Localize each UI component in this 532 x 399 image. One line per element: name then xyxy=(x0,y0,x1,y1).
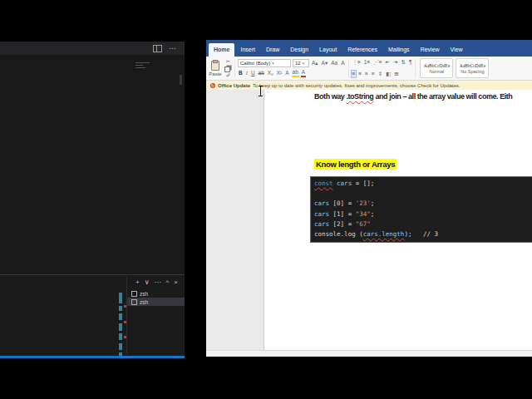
show-formatting-marks-button[interactable]: ¶ xyxy=(408,59,413,66)
tab-references[interactable]: References xyxy=(342,43,382,57)
code-token: [2] = xyxy=(329,220,356,228)
vscode-window: ⋯ +∨⋯^× zshzsh xyxy=(0,42,185,358)
code-token: "34" xyxy=(356,210,371,218)
underline-button[interactable]: U xyxy=(250,70,256,76)
minimap-code-line xyxy=(135,67,145,68)
borders-button[interactable]: ⊞ xyxy=(393,71,399,77)
cut-icon[interactable]: ✂ xyxy=(225,58,231,65)
format-painter-icon[interactable]: ✐ xyxy=(225,72,231,79)
text-highlight-button[interactable]: ab xyxy=(292,69,299,77)
office-update-message: To keep up to date with security updates… xyxy=(253,83,460,88)
code-token: cars.length xyxy=(363,230,405,238)
tab-draw[interactable]: Draw xyxy=(261,43,284,57)
terminal-label: zsh xyxy=(140,299,148,305)
font-size-combo[interactable]: 12 ▾ xyxy=(293,59,309,67)
editor-more-actions-icon[interactable]: ⋯ xyxy=(169,46,176,51)
clipboard-group: Paste ✂✐ xyxy=(208,58,232,78)
change-case-button[interactable]: Aa xyxy=(330,60,338,66)
style-name: Normal xyxy=(430,69,445,74)
paste-button-label: Paste xyxy=(209,71,221,76)
increase-indent-button[interactable]: ⇥ xyxy=(392,59,398,66)
font-color-button[interactable]: A xyxy=(301,69,306,77)
justify-button[interactable]: ≡ xyxy=(371,71,376,77)
tab-view[interactable]: View xyxy=(446,43,468,57)
tab-insert[interactable]: Insert xyxy=(235,43,260,57)
font-name-value: Calibri (Body) xyxy=(240,61,270,66)
font-name-combo[interactable]: Calibri (Body) ▾ xyxy=(238,59,291,67)
line-spacing-button[interactable]: ⇕ xyxy=(377,71,383,77)
style-preview: AaBbCcDdEe xyxy=(424,63,450,68)
bold-button[interactable]: B xyxy=(238,70,244,76)
document-heading: Know length or Arrays xyxy=(314,160,397,169)
terminal-more-actions-icon[interactable]: ⋯ xyxy=(155,279,161,286)
terminal-icon xyxy=(131,291,137,297)
bullets-button[interactable]: ⋮≡ xyxy=(352,59,362,66)
code-token: '23' xyxy=(356,200,371,207)
style-card-normal[interactable]: AaBbCcDdEeNormal xyxy=(420,58,453,78)
highlighted-text: Know length or Arrays xyxy=(314,159,397,170)
new-terminal-icon[interactable]: + xyxy=(135,279,140,286)
clear-formatting-button[interactable]: A xyxy=(340,60,345,66)
terminal-list-item[interactable]: zsh xyxy=(127,298,185,306)
terminal-list-divider xyxy=(126,277,127,354)
group-divider xyxy=(415,59,416,77)
code-token: // 3 xyxy=(411,230,438,238)
terminal-error-decoration xyxy=(124,336,126,338)
decrease-indent-button[interactable]: ⇤ xyxy=(385,59,391,66)
superscript-button[interactable]: X² xyxy=(276,70,283,76)
tab-home[interactable]: Home xyxy=(209,43,234,57)
align-left-button[interactable]: ≡ xyxy=(352,71,357,77)
code-token: ; xyxy=(371,210,375,218)
numbering-button[interactable]: 1≡ xyxy=(363,59,371,66)
terminal-profile-dropdown-icon[interactable]: ∨ xyxy=(145,279,150,286)
grow-font-button[interactable]: A▴ xyxy=(311,60,319,66)
styles-gallery: AaBbCcDdEeNormalAaBbCcDdEeNo Spacing xyxy=(418,58,490,78)
code-token: cars xyxy=(337,180,352,187)
code-token: const xyxy=(314,180,333,187)
minimap-slider[interactable] xyxy=(180,75,182,85)
code-token: = []; xyxy=(352,180,374,187)
group-divider xyxy=(348,59,349,77)
shrink-font-button[interactable]: A▾ xyxy=(321,60,329,66)
terminal-error-decoration xyxy=(124,321,126,323)
italic-button[interactable]: I xyxy=(245,70,249,76)
paste-button[interactable]: Paste xyxy=(208,61,223,76)
strikethrough-button[interactable]: ab xyxy=(258,70,265,76)
code-line: cars [0] = '23'; xyxy=(314,199,532,209)
terminal-label: zsh xyxy=(140,291,148,297)
subscript-button[interactable]: X₂ xyxy=(267,70,274,76)
chevron-down-icon: ▾ xyxy=(272,61,274,66)
style-card-no-spacing[interactable]: AaBbCcDdEeNo Spacing xyxy=(456,58,489,78)
terminal-list-item[interactable]: zsh xyxy=(127,289,185,298)
multilevel-list-button[interactable]: ⋰≡ xyxy=(372,59,382,66)
close-panel-icon[interactable]: × xyxy=(174,279,178,286)
document-text: and join – all the array value will come… xyxy=(373,92,512,101)
document-page[interactable]: Both way .toString and join – all the ar… xyxy=(264,90,532,351)
code-token: console.log xyxy=(314,230,356,238)
code-token: cars xyxy=(314,210,329,218)
code-token: ; xyxy=(371,200,375,207)
paragraph-group: ⋮≡1≡⋰≡⇤⇥⇅¶ ≡≡≡≡⇕◧⊞ xyxy=(352,58,413,78)
maximize-panel-icon[interactable]: ^ xyxy=(166,279,170,286)
document-text: Both way xyxy=(314,92,346,101)
font-size-value: 12 xyxy=(295,61,301,66)
text-cursor xyxy=(258,86,264,96)
split-editor-icon[interactable] xyxy=(153,45,162,52)
code-line: console.log (cars.length); // 3 xyxy=(314,229,532,239)
tab-review[interactable]: Review xyxy=(416,43,445,57)
text-effects-button[interactable]: A xyxy=(284,70,289,76)
tab-layout[interactable]: Layout xyxy=(314,43,342,57)
tab-design[interactable]: Design xyxy=(285,43,313,57)
copy-icon[interactable] xyxy=(224,66,230,72)
align-right-button[interactable]: ≡ xyxy=(364,71,369,77)
sort-button[interactable]: ⇅ xyxy=(400,59,406,66)
style-name: No Spacing xyxy=(461,69,484,74)
clipboard-small-buttons: ✂✐ xyxy=(224,58,232,79)
align-center-button[interactable]: ≡ xyxy=(357,71,362,77)
tab-mailings[interactable]: Mailings xyxy=(383,43,415,57)
office-update-title: Office Update xyxy=(218,83,250,88)
shading-button[interactable]: ◧ xyxy=(385,71,392,77)
terminal-command-decoration xyxy=(119,323,122,331)
code-line xyxy=(314,189,532,199)
editor-tab-bar: ⋯ xyxy=(0,42,185,55)
